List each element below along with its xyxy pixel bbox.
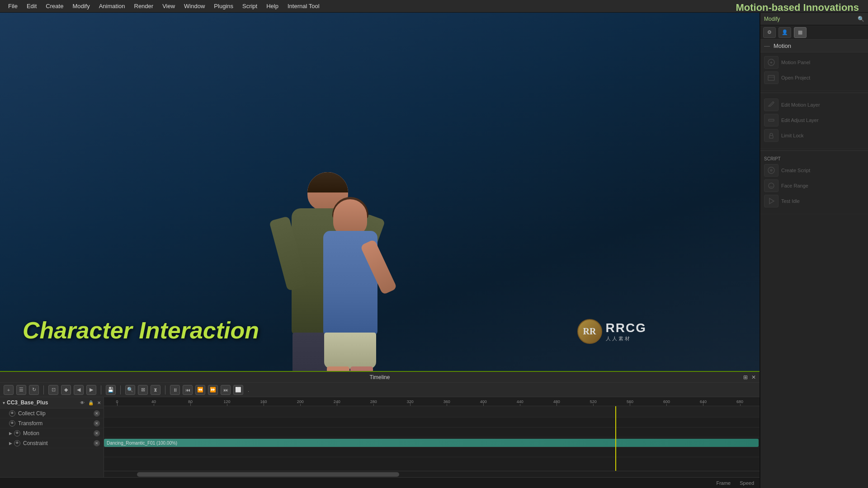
timeline-close-icon[interactable]: ✕: [751, 374, 756, 380]
align-button[interactable]: ⊠: [138, 385, 148, 395]
zoom-button[interactable]: 🔍: [125, 385, 135, 395]
transform-close[interactable]: ✕: [94, 420, 100, 427]
svg-rect-3: [769, 119, 774, 121]
scene-content: Character Interaction RR RRCG 人人素材: [0, 13, 760, 371]
next-key-button[interactable]: ▶: [86, 385, 96, 395]
menu-edit[interactable]: Edit: [22, 1, 41, 11]
cc3-track-header[interactable]: ▾ CC3_Base_Plus 👁 🔒 ✕: [0, 397, 104, 408]
scrollbar-thumb[interactable]: [137, 472, 399, 477]
limit-lock-icon[interactable]: [764, 129, 778, 142]
ruler-tick-17: [740, 404, 741, 406]
constraint-close[interactable]: ✕: [94, 440, 100, 446]
menubar: File Edit Create Modify Animation Render…: [0, 0, 868, 13]
menu-script[interactable]: Script: [238, 1, 262, 11]
menu-modify[interactable]: Modify: [68, 1, 94, 11]
ruler-tick-15: [666, 404, 667, 406]
menu-file[interactable]: File: [4, 1, 22, 11]
track-constraint[interactable]: ▶ 👁 Constraint ✕: [0, 438, 104, 448]
motion-section-2: Edit Motion Layer Edit Adjust Layer Limi…: [760, 95, 868, 149]
new-project-label: Motion Panel: [781, 60, 810, 65]
constraint-expand[interactable]: ▶: [9, 441, 12, 446]
transform-eye: 👁: [9, 420, 15, 427]
edit-layer-icon[interactable]: [764, 99, 778, 111]
keyframe-button[interactable]: ◆: [61, 385, 71, 395]
timeline-header-icons: ⊞ ✕: [743, 374, 756, 380]
rewind-button[interactable]: ⏪: [195, 385, 205, 395]
viewport[interactable]: Character Interaction RR RRCG 人人素材: [0, 13, 760, 371]
create-script-label: Create Script: [781, 168, 810, 173]
collect-clip-close[interactable]: ✕: [94, 410, 100, 417]
track-collect-clip-label: Collect Clip: [18, 410, 46, 417]
face-range-label: Face Range: [781, 183, 808, 188]
timeline-row-collect-clip: [104, 418, 760, 427]
limit-lock-label: Limit Lock: [781, 133, 804, 138]
menu-render[interactable]: Render: [130, 1, 158, 11]
panel-tab-1[interactable]: ⚙: [763, 27, 776, 38]
next-frame-button[interactable]: ⏭: [221, 385, 231, 395]
play-button[interactable]: ⏩: [208, 385, 218, 395]
filter-button[interactable]: ☰: [16, 385, 26, 395]
motion-btn-face-range: Face Range: [764, 179, 864, 192]
prev-frame-button[interactable]: ⏮: [183, 385, 193, 395]
test-idle-icon[interactable]: [764, 195, 778, 207]
menu-create[interactable]: Create: [41, 1, 68, 11]
bottom-status: Frame Speed: [0, 477, 760, 488]
snap-button[interactable]: ⊡: [48, 385, 58, 395]
overlay-text: Character Interaction: [23, 317, 259, 344]
ruler-label-360: 360: [443, 399, 450, 404]
prev-key-button[interactable]: ◀: [74, 385, 84, 395]
menu-view[interactable]: View: [158, 1, 179, 11]
create-script-icon[interactable]: [764, 164, 778, 177]
fps-label: .: [248, 387, 249, 393]
menu-internal-tool[interactable]: Internal Tool: [283, 1, 324, 11]
ruler-tick-14: [630, 402, 630, 406]
pause-button[interactable]: ⏸: [170, 385, 180, 395]
cc3-lock-icon[interactable]: 🔒: [88, 400, 94, 405]
panel-tab-3[interactable]: ▦: [794, 27, 807, 38]
panel-tab-2[interactable]: 👤: [778, 27, 791, 38]
track-list: ▾ CC3_Base_Plus 👁 🔒 ✕ 👁 Collect Clip ✕: [0, 397, 104, 477]
track-motion[interactable]: ▶ 👁 Motion ✕: [0, 428, 104, 438]
timeline-header: Timeline ⊞ ✕: [0, 372, 760, 383]
playhead[interactable]: [615, 406, 616, 471]
motion-panel-dash: —: [764, 42, 770, 49]
panel-search-icon[interactable]: 🔍: [858, 16, 864, 22]
ruler-tick-12: [557, 402, 557, 406]
marker-button[interactable]: ⧗: [151, 385, 160, 395]
motion-expand[interactable]: ▶: [9, 431, 12, 436]
loop-button[interactable]: ↻: [29, 385, 39, 395]
record-button[interactable]: ⬜: [233, 385, 243, 395]
ruler-label-440: 440: [517, 399, 524, 404]
menu-help[interactable]: Help: [262, 1, 283, 11]
timeline-scrollbar[interactable]: [104, 471, 760, 477]
track-transform[interactable]: 👁 Transform ✕: [0, 418, 104, 428]
motion-clip[interactable]: Dancing_Romantic_F01 (100.00%): [104, 439, 759, 447]
track-transform-label: Transform: [18, 420, 42, 427]
face-range-icon[interactable]: [764, 179, 778, 192]
menu-window[interactable]: Window: [179, 1, 209, 11]
timeline-row-cc3: [104, 406, 760, 418]
female-body: [323, 231, 377, 335]
collect-clip-eye: 👁: [9, 410, 15, 417]
female-head: [333, 199, 367, 235]
cc3-close-icon[interactable]: ✕: [97, 400, 101, 405]
timeline-expand-icon[interactable]: ⊞: [743, 374, 748, 380]
menu-animation[interactable]: Animation: [94, 1, 130, 11]
menu-plugins[interactable]: Plugins: [209, 1, 238, 11]
ruler-tick-2: [190, 402, 191, 406]
motion-btn-open-project: Open Project: [764, 71, 864, 84]
track-motion-label: Motion: [23, 430, 39, 436]
ruler-tick-5: [300, 404, 301, 406]
motion-close[interactable]: ✕: [94, 430, 100, 436]
timeline-area: Timeline ⊞ ✕ + ☰ ↻ ⊡ ◆ ◀ ▶ 💾 🔍: [0, 371, 760, 477]
track-collect-clip[interactable]: 👁 Collect Clip ✕: [0, 408, 104, 418]
new-project-icon[interactable]: +: [764, 56, 778, 69]
ruler-label-680: 680: [736, 399, 743, 404]
cc3-eye-icon[interactable]: 👁: [80, 400, 85, 405]
save-clip-button[interactable]: 💾: [106, 385, 116, 395]
ruler-tick-3: [227, 404, 227, 406]
edit-adjust-icon[interactable]: [764, 114, 778, 127]
add-track-button[interactable]: +: [4, 385, 14, 395]
open-project-icon[interactable]: [764, 71, 778, 84]
female-arm: [360, 239, 397, 295]
